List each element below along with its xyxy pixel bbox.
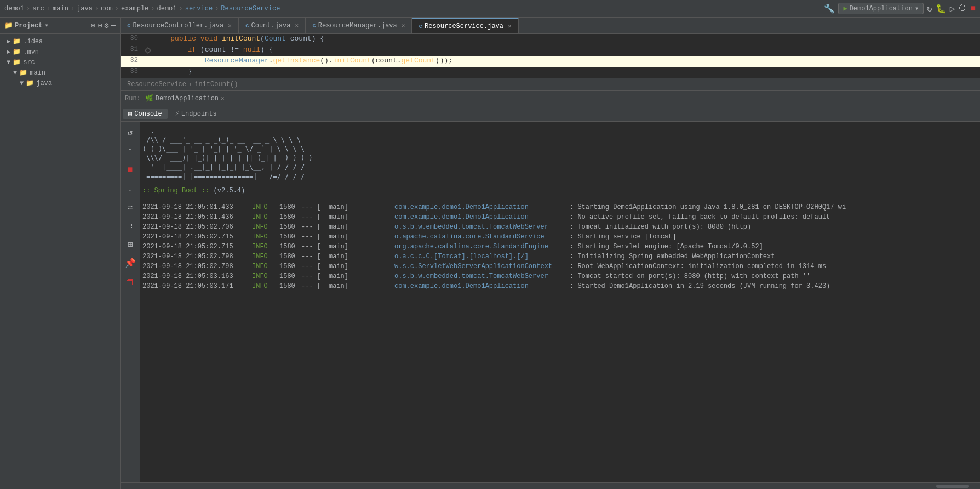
folder-icon: 📁 — [13, 37, 21, 46]
soft-wrap-button[interactable]: ⇌ — [123, 200, 138, 215]
code-editor: 30 public void initCount(Count count) { … — [121, 34, 980, 78]
run-config-selector[interactable]: ▶ Demo1Application ▾ — [838, 3, 924, 14]
tab-count[interactable]: c Count.java ✕ — [239, 18, 306, 34]
collapse-icon[interactable]: ⊟ — [98, 21, 102, 30]
breadcrumb: demo1 › src › main › java › com › exampl… — [4, 5, 822, 13]
breadcrumb-resourceservice: ResourceService — [127, 81, 186, 88]
breadcrumb-example: example — [121, 5, 148, 13]
breadcrumb-service: service — [185, 5, 213, 13]
run-panel: Run: 🌿 Demo1Application ✕ ▤ Console ⚡ En… — [121, 91, 980, 489]
top-bar: demo1 › src › main › java › com › exampl… — [0, 0, 980, 18]
folder-icon: 📁 — [26, 79, 34, 87]
code-line-33: 33 } — [121, 67, 980, 78]
log-line-2: 2021-09-18 21:05:01.436 INFO 1580 --- [ … — [142, 212, 976, 222]
wrench-icon[interactable]: 🔧 — [824, 3, 835, 14]
console-area: ↺ ↑ ■ ↓ ⇌ 🖨 ⊞ 📌 🗑 . ____ _ __ _ _ /\\ / … — [121, 122, 980, 482]
sidebar-item-mvn[interactable]: ▶ 📁 .mvn — [0, 47, 120, 57]
console-icon: ▤ — [128, 110, 132, 118]
scroll-down-button[interactable]: ↓ — [123, 181, 138, 196]
endpoints-icon: ⚡ — [175, 110, 179, 118]
profile-icon[interactable]: ⏱ — [958, 3, 967, 14]
refresh-icon[interactable]: ↻ — [927, 3, 932, 14]
run-header: Run: 🌿 Demo1Application ✕ — [121, 91, 980, 106]
pin-button[interactable]: 📌 — [123, 255, 138, 271]
code-line-31: 31 if (count != null) { — [121, 45, 980, 56]
minimize-icon[interactable]: — — [111, 21, 116, 30]
rerun-button[interactable]: ↺ — [123, 125, 138, 140]
scroll-up-button[interactable]: ↑ — [123, 144, 138, 159]
right-actions: 🔧 ▶ Demo1Application ▾ ↻ 🐛 ▷ ⏱ ■ — [824, 3, 976, 14]
print-button[interactable]: 🖨 — [123, 218, 138, 234]
chevron-down-icon: ▾ — [915, 4, 919, 13]
code-breadcrumb: ResourceService › initCount() — [121, 78, 980, 91]
folder-icon: 📁 — [13, 48, 21, 56]
sidebar-item-java[interactable]: ▼ 📁 java — [0, 78, 120, 88]
run-tab-endpoints[interactable]: ⚡ Endpoints — [170, 109, 222, 119]
scroll-thumb — [936, 485, 969, 488]
log-line-8: 2021-09-18 21:05:03.163 INFO 1580 --- [ … — [142, 271, 976, 281]
debug-icon[interactable]: 🐛 — [936, 3, 947, 14]
folder-icon: 📁 — [13, 58, 21, 66]
stop-button[interactable]: ■ — [123, 162, 138, 178]
code-line-32: 32 ResourceManager.getInstance().initCou… — [121, 56, 980, 67]
arrow-icon: ▶ — [7, 48, 10, 56]
log-line-7: 2021-09-18 21:05:02.798 INFO 1580 --- [ … — [142, 261, 976, 271]
log-line-4: 2021-09-18 21:05:02.715 INFO 1580 --- [ … — [142, 232, 976, 242]
tab-resourcecontroller[interactable]: c ResourceController.java ✕ — [121, 18, 239, 34]
breadcrumb-main: main — [53, 5, 68, 13]
close-tab-icon[interactable]: ✕ — [228, 22, 232, 29]
console-content[interactable]: . ____ _ __ _ _ /\\ / ___'_ __ _ _(_)_ _… — [140, 122, 980, 482]
run-tabs-bar: ▤ Console ⚡ Endpoints — [121, 106, 980, 122]
close-tab-icon[interactable]: ✕ — [402, 22, 405, 29]
gear-icon[interactable]: ⚙ — [104, 21, 108, 30]
content-area: c ResourceController.java ✕ c Count.java… — [121, 18, 980, 489]
left-tool-panel: ↺ ↑ ■ ↓ ⇌ 🖨 ⊞ 📌 🗑 — [121, 122, 140, 482]
sidebar-item-src[interactable]: ▼ 📁 src — [0, 57, 120, 67]
tab-resourcemanager[interactable]: c ResourceManager.java ✕ — [306, 18, 412, 34]
run-label: Run: — [125, 95, 141, 103]
arrow-icon: ▼ — [20, 79, 24, 87]
log-line-5: 2021-09-18 21:05:02.715 INFO 1580 --- [ … — [142, 242, 976, 252]
run-tab-console[interactable]: ▤ Console — [123, 109, 168, 119]
breadcrumb-src: src — [32, 5, 44, 13]
delete-button[interactable]: 🗑 — [123, 274, 138, 289]
run-config-label: Demo1Application — [850, 5, 913, 13]
console-scrollbar[interactable] — [121, 482, 980, 489]
breadcrumb-resourceservice: ResourceService — [221, 5, 280, 13]
main-layout: 📁 Project ▾ ⊕ ⊟ ⚙ — ▶ 📁 .idea ▶ 📁 — [0, 18, 980, 489]
breadcrumb-demo1b: demo1 — [157, 5, 177, 13]
spring-icon: 🌿 — [145, 94, 153, 103]
breadcrumb-demo1: demo1 — [4, 5, 24, 13]
log-line-3: 2021-09-18 21:05:02.706 INFO 1580 --- [ … — [142, 222, 976, 232]
svg-marker-0 — [145, 48, 151, 53]
run-app-tab[interactable]: 🌿 Demo1Application ✕ — [145, 94, 225, 103]
sidebar-item-main[interactable]: ▼ 📁 main — [0, 67, 120, 78]
locate-icon[interactable]: ⊕ — [90, 21, 95, 30]
spring-banner: . ____ _ __ _ _ /\\ / ___'_ __ _ _(_)_ _… — [142, 126, 976, 181]
spring-version: :: Spring Boot :: (v2.5.4) — [142, 186, 976, 196]
folder-icon: 📁 — [19, 69, 27, 77]
folder-icon: 📁 — [4, 21, 13, 30]
tab-resourceservice[interactable]: c ResourceService.java ✕ — [412, 18, 518, 34]
settings-button[interactable]: ⊞ — [123, 237, 138, 252]
close-run-icon[interactable]: ✕ — [221, 95, 225, 102]
sidebar-title: 📁 Project ▾ — [4, 21, 49, 30]
arrow-icon: ▶ — [7, 37, 10, 46]
file-tree: ▶ 📁 .idea ▶ 📁 .mvn ▼ 📁 src ▼ 📁 main — [0, 34, 120, 489]
sidebar-item-idea[interactable]: ▶ 📁 .idea — [0, 36, 120, 47]
tabs-bar: c ResourceController.java ✕ c Count.java… — [121, 18, 980, 34]
log-line-6: 2021-09-18 21:05:02.798 INFO 1580 --- [ … — [142, 252, 976, 261]
arrow-icon: ▼ — [7, 59, 10, 66]
breadcrumb-com: com — [101, 5, 113, 13]
run-app-name: Demo1Application — [156, 95, 219, 103]
code-line-30: 30 public void initCount(Count count) { — [121, 34, 980, 45]
sidebar-actions: ⊕ ⊟ ⚙ — — [90, 21, 116, 30]
sidebar-header: 📁 Project ▾ ⊕ ⊟ ⚙ — — [0, 18, 120, 34]
run-config-icon: ▶ — [843, 4, 847, 13]
stop-icon[interactable]: ■ — [970, 4, 976, 14]
log-line-1: 2021-09-18 21:05:01.433 INFO 1580 --- [ … — [142, 202, 976, 212]
coverage-icon[interactable]: ▷ — [950, 3, 955, 14]
close-tab-icon[interactable]: ✕ — [295, 22, 299, 29]
breadcrumb-java: java — [77, 5, 93, 13]
close-tab-icon[interactable]: ✕ — [508, 22, 512, 30]
